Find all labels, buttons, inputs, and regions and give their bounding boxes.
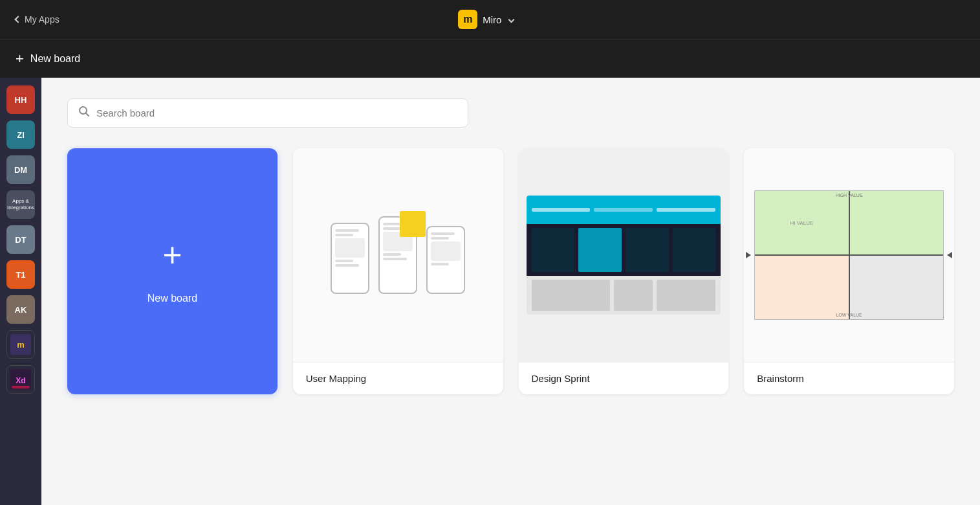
user-mapping-preview — [293, 148, 503, 362]
new-board-card[interactable]: + New board — [67, 148, 278, 394]
svg-text:Xd: Xd — [16, 376, 25, 385]
top-nav: My Apps m Miro — [0, 0, 980, 39]
sidebar-item-zi[interactable]: ZI — [6, 120, 35, 149]
phone-wireframe-2 — [378, 216, 417, 294]
app-name-label: Miro — [483, 14, 501, 25]
content-area: + New board — [41, 78, 980, 505]
phone-wireframe-1 — [331, 223, 369, 294]
board-grid: + New board — [67, 148, 954, 394]
sidebar: HH ZI DM Apps &Integrations DT T1 AK m — [0, 78, 41, 505]
brainstorm-preview: HI VALUE — [744, 148, 954, 362]
sidebar-item-dm[interactable]: DM — [6, 155, 35, 184]
search-container — [67, 98, 954, 128]
main-area: HH ZI DM Apps &Integrations DT T1 AK m — [0, 78, 980, 505]
my-apps-label: My Apps — [25, 14, 60, 25]
my-apps-button[interactable]: My Apps — [16, 14, 60, 25]
search-input[interactable] — [96, 107, 457, 118]
svg-line-6 — [86, 113, 89, 117]
search-box — [67, 98, 468, 128]
sidebar-item-miro[interactable]: m — [6, 330, 35, 359]
design-sprint-preview — [519, 148, 729, 362]
phone-wireframe-3 — [426, 226, 465, 294]
svg-rect-4 — [12, 386, 30, 388]
new-board-bar: + New board — [0, 39, 980, 78]
sidebar-item-apps[interactable]: Apps &Integrations — [6, 190, 35, 219]
new-board-button[interactable]: + New board — [16, 52, 80, 66]
miro-sidebar-icon: m — [10, 334, 31, 355]
sticky-note — [400, 211, 426, 237]
sidebar-item-ak[interactable]: AK — [6, 295, 35, 324]
new-board-plus-icon: + — [162, 238, 182, 272]
design-sprint-card[interactable]: Design Sprint — [519, 148, 729, 394]
app-switcher[interactable]: m Miro — [458, 10, 514, 29]
brainstorm-card[interactable]: HI VALUE — [744, 148, 954, 394]
sidebar-item-t1[interactable]: T1 — [6, 260, 35, 289]
plus-icon: + — [16, 52, 24, 66]
xd-sidebar-icon: Xd — [10, 369, 31, 390]
svg-text:m: m — [17, 340, 25, 350]
user-mapping-card[interactable]: User Mapping — [293, 148, 503, 394]
search-icon — [78, 106, 90, 120]
svg-marker-7 — [746, 252, 751, 258]
new-board-bar-label: New board — [30, 53, 80, 65]
miro-logo-icon: m — [458, 10, 477, 29]
design-sprint-label: Design Sprint — [519, 362, 729, 394]
sidebar-item-hh[interactable]: HH — [6, 85, 35, 114]
chevron-down-icon — [508, 16, 515, 23]
new-board-card-label: New board — [147, 293, 197, 304]
sidebar-item-dt[interactable]: DT — [6, 225, 35, 254]
sidebar-item-xd[interactable]: Xd — [6, 365, 35, 394]
svg-marker-8 — [947, 252, 952, 258]
brainstorm-label: Brainstorm — [744, 362, 954, 394]
user-mapping-label: User Mapping — [293, 362, 503, 394]
chevron-left-icon — [14, 16, 21, 23]
